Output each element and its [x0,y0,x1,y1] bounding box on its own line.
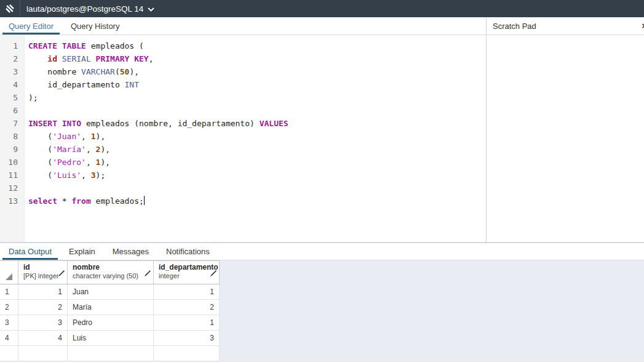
select-all-corner[interactable] [0,260,18,284]
code-text: ('Luis', 3); [18,169,105,182]
code-line[interactable]: 7INSERT INTO empleados (nombre, id_depar… [0,117,486,130]
table-row: 44Luis3 [0,331,220,346]
tab-messages-label: Messages [113,247,149,256]
code-text: ('María', 2), [18,143,110,156]
line-number: 1 [0,39,18,52]
code-text: select * from empleados; [18,195,145,207]
code-text: CREATE TABLE empleados ( [18,39,144,52]
grid-cell[interactable] [68,346,154,361]
grid-cell[interactable]: María [68,300,154,315]
table-row: 33Pedro1 [0,315,220,331]
line-number: 5 [0,91,18,104]
grid-cell[interactable]: 2 [154,300,220,315]
line-number: 6 [0,104,18,117]
edit-pencil-icon[interactable] [209,270,217,278]
connection-dropdown[interactable]: lauta/postgres@PostgreSQL 14 [20,0,161,17]
row-number-cell[interactable]: 1 [0,284,18,300]
line-number: 9 [0,143,18,156]
grid-cell[interactable]: 3 [154,331,220,346]
grid-cell[interactable]: 3 [18,315,68,331]
grid-body: 11Juan122María233Pedro144Luis3 [0,284,220,346]
tab-query-editor[interactable]: Query Editor [0,17,62,34]
table-row: 22María2 [0,300,220,315]
code-line[interactable]: 2 id SERIAL PRIMARY KEY, [0,52,486,65]
code-line[interactable]: 9 ('María', 2), [0,143,486,156]
line-number: 8 [0,130,18,143]
column-header-id-departamento[interactable]: id_departamento integer [154,260,220,284]
code-text [18,104,28,117]
query-tool-icon [4,2,16,15]
query-tool-icon [0,0,20,17]
column-name: id_departamento [159,263,215,272]
column-type: integer [159,272,215,280]
scratch-pad-area[interactable] [487,35,644,242]
line-number: 12 [0,182,18,195]
grid-cell[interactable]: 1 [154,315,220,331]
code-line[interactable]: 12 [0,182,486,195]
code-line[interactable]: 5); [0,91,486,104]
column-name: nombre [73,263,149,272]
grid-cell[interactable] [18,346,68,361]
scratch-pad-title: Scratch Pad [493,22,536,31]
code-line[interactable]: 10 ('Pedro', 1), [0,156,486,169]
tab-messages[interactable]: Messages [104,243,157,260]
code-line[interactable]: 4 id_departamento INT [0,78,486,91]
code-text: ('Juan', 1), [18,130,105,143]
column-header-nombre[interactable]: nombre character varying (50) [68,260,154,284]
line-number: 7 [0,117,18,130]
code-line[interactable]: 11 ('Luis', 3); [0,169,486,182]
grid-cell[interactable]: 1 [154,284,220,300]
results-grid: id [PK] integer nombre character varying… [0,260,220,361]
row-number-cell[interactable]: 3 [0,315,18,331]
grid-cell[interactable]: Luis [68,331,154,346]
row-number-cell[interactable]: 2 [0,300,18,315]
line-number: 4 [0,78,18,91]
grid-cell[interactable]: Juan [68,284,154,300]
grid-cell[interactable]: Pedro [68,315,154,331]
grid-cell[interactable]: 1 [18,284,68,300]
grid-cell[interactable] [154,346,220,361]
tab-explain[interactable]: Explain [60,243,104,260]
text-cursor [144,196,145,205]
grid-cell[interactable]: 2 [18,300,68,315]
tab-query-history[interactable]: Query History [62,17,128,34]
column-header-id[interactable]: id [PK] integer [18,260,68,284]
column-type: character varying (50) [73,272,149,280]
sql-editor-lines: 1CREATE TABLE empleados (2 id SERIAL PRI… [0,35,486,207]
line-number: 10 [0,156,18,169]
row-number-cell[interactable]: 4 [0,331,18,346]
edit-pencil-icon[interactable] [57,270,65,278]
code-text: nombre VARCHAR(50), [18,65,139,78]
title-bar: lauta/postgres@PostgreSQL 14 [0,0,644,17]
code-text: INSERT INTO empleados (nombre, id_depart… [18,117,288,130]
code-line[interactable]: 1CREATE TABLE empleados ( [0,39,486,52]
pgadmin-query-tool: lauta/postgres@PostgreSQL 14 Query Edito… [0,0,644,362]
line-number: 3 [0,65,18,78]
code-text: id SERIAL PRIMARY KEY, [18,52,154,65]
edit-pencil-icon[interactable] [143,270,151,278]
code-text [18,182,28,195]
tab-data-output[interactable]: Data Output [0,243,60,260]
tab-data-output-label: Data Output [9,247,52,256]
code-text: ('Pedro', 1), [18,156,110,169]
scratch-pad-header: Scratch Pad × [487,17,644,35]
connection-label: lauta/postgres@PostgreSQL 14 [26,4,143,14]
code-text: id_departamento INT [18,78,139,91]
sql-editor[interactable]: 1CREATE TABLE empleados (2 id SERIAL PRI… [0,35,486,242]
chevron-down-icon [148,7,154,12]
code-line[interactable]: 13select * from empleados; [0,195,486,207]
line-number: 11 [0,169,18,182]
code-line[interactable]: 3 nombre VARCHAR(50), [0,65,486,78]
tab-explain-label: Explain [69,247,95,256]
grid-cell[interactable]: 4 [18,331,68,346]
close-icon[interactable]: × [642,20,644,32]
output-tab-bar: Data Output Explain Messages Notificatio… [0,243,644,260]
row-number-cell[interactable] [0,346,18,361]
code-line[interactable]: 8 ('Juan', 1), [0,130,486,143]
code-text: ); [18,91,38,104]
tab-query-history-label: Query History [71,22,119,31]
code-line[interactable]: 6 [0,104,486,117]
tab-notifications[interactable]: Notifications [157,243,218,260]
grid-empty-row [0,346,220,361]
tab-query-editor-label: Query Editor [9,22,54,31]
